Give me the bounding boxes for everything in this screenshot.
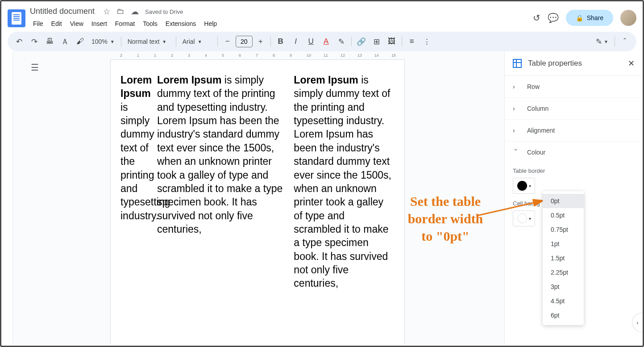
link-icon[interactable]: 🔗 — [354, 34, 369, 49]
chevron-right-icon: › — [513, 83, 520, 90]
lock-icon: 🔒 — [576, 14, 583, 21]
dropdown-option[interactable]: 2.25pt — [543, 265, 584, 280]
pen-icon[interactable]: ✎▼ — [595, 34, 609, 49]
zoom-select[interactable]: 100%▼ — [88, 38, 118, 45]
bold-button[interactable]: B — [274, 34, 288, 49]
avatar[interactable] — [620, 10, 636, 26]
collapse-toolbar-icon[interactable]: ˆ — [618, 34, 632, 49]
chevron-down-icon: ▾ — [529, 184, 531, 188]
spellcheck-icon[interactable]: Ａ — [58, 34, 72, 49]
share-button[interactable]: 🔒 Share — [566, 10, 613, 26]
menu-format[interactable]: Format — [112, 18, 138, 29]
dropdown-option[interactable]: 6pt — [543, 308, 584, 322]
save-status: Saved to Drive — [145, 8, 183, 15]
section-colour[interactable]: › Colour — [505, 142, 643, 163]
panel-title: Table properties — [528, 59, 622, 68]
menu-tools[interactable]: Tools — [140, 18, 161, 29]
style-select[interactable]: Normal text▼ — [124, 38, 173, 45]
menubar: File Edit View Insert Format Tools Exten… — [30, 18, 533, 29]
dropdown-option[interactable]: 1.5pt — [543, 251, 584, 265]
dropdown-option-0pt[interactable]: 0pt — [543, 194, 584, 208]
section-column[interactable]: › Column — [505, 98, 643, 120]
table-cell[interactable]: Lorem Ipsum is simply dummy text of the … — [157, 73, 288, 290]
paint-format-icon[interactable]: 🖌 — [73, 34, 87, 49]
redo-icon[interactable]: ↷ — [27, 34, 42, 49]
annotation-text: Set the table border width to "0pt" — [401, 192, 490, 245]
undo-icon[interactable]: ↶ — [12, 34, 26, 49]
section-row[interactable]: › Row — [505, 76, 643, 98]
italic-button[interactable]: I — [289, 34, 303, 49]
table-icon — [513, 59, 522, 68]
menu-file[interactable]: File — [30, 18, 46, 29]
menu-view[interactable]: View — [67, 18, 87, 29]
menu-edit[interactable]: Edit — [48, 18, 65, 29]
dropdown-option[interactable]: 3pt — [543, 280, 584, 294]
underline-button[interactable]: U — [304, 34, 318, 49]
more-icon[interactable]: ⋮ — [420, 34, 434, 49]
table[interactable]: Lorem Ipsum is simply dummy text of the … — [120, 73, 395, 290]
font-size-decrease[interactable]: − — [220, 34, 235, 49]
vertical-ruler — [1, 51, 13, 344]
chevron-right-icon: › — [513, 127, 520, 134]
history-icon[interactable]: ↺ — [533, 13, 540, 23]
border-color-picker[interactable]: ▾ — [513, 178, 535, 194]
comment-icon[interactable]: ⊞ — [370, 34, 384, 49]
menu-help[interactable]: Help — [201, 18, 220, 29]
font-select[interactable]: Arial▼ — [179, 38, 215, 45]
move-icon[interactable]: 🗀 — [116, 7, 125, 17]
chevron-down-icon: › — [513, 149, 520, 156]
align-icon[interactable]: ≡ — [405, 34, 419, 49]
menu-insert[interactable]: Insert — [88, 18, 110, 29]
bg-color-picker[interactable]: ▾ — [513, 210, 535, 226]
doc-title[interactable]: Untitled document — [30, 7, 95, 16]
font-size-increase[interactable]: + — [253, 34, 268, 49]
chevron-right-icon: › — [513, 105, 520, 112]
docs-logo[interactable] — [8, 9, 25, 27]
border-width-dropdown: 0pt 0.5pt 0.75pt 1pt 1.5pt 2.25pt 3pt 4.… — [543, 191, 584, 325]
horizontal-ruler: 21123456789101112131415 — [13, 51, 504, 59]
chevron-down-icon: ▾ — [529, 216, 531, 221]
cloud-icon: ☁ — [131, 7, 139, 17]
star-icon[interactable]: ☆ — [103, 7, 110, 17]
dropdown-option[interactable]: 0.5pt — [543, 208, 584, 222]
outline-icon[interactable]: ☰ — [31, 62, 39, 73]
menu-extensions[interactable]: Extensions — [162, 18, 199, 29]
table-cell[interactable]: Lorem Ipsum is simply dummy text of the … — [294, 73, 395, 290]
dropdown-option[interactable]: 0.75pt — [543, 222, 584, 237]
share-label: Share — [587, 14, 603, 21]
border-label: Table border — [513, 167, 635, 174]
toolbar: ↶ ↷ 🖶 Ａ 🖌 100%▼ Normal text▼ Arial▼ − 20… — [8, 32, 636, 51]
font-size-input[interactable]: 20 — [236, 36, 253, 47]
text-color-button[interactable]: A — [319, 34, 333, 49]
comments-icon[interactable]: 💬 — [548, 13, 559, 23]
dropdown-option[interactable]: 1pt — [543, 237, 584, 251]
table-cell[interactable]: Lorem Ipsum is simply dummy text of the … — [120, 73, 152, 290]
swatch-white — [517, 213, 527, 223]
page[interactable]: Lorem Ipsum is simply dummy text of the … — [110, 59, 405, 344]
highlight-button[interactable]: ✎ — [334, 34, 349, 49]
image-icon[interactable]: 🖼 — [385, 34, 399, 49]
swatch-black — [517, 181, 527, 191]
close-icon[interactable]: ✕ — [628, 59, 635, 68]
section-alignment[interactable]: › Alignment — [505, 120, 643, 142]
print-icon[interactable]: 🖶 — [42, 34, 57, 49]
dropdown-option[interactable]: 4.5pt — [543, 294, 584, 308]
